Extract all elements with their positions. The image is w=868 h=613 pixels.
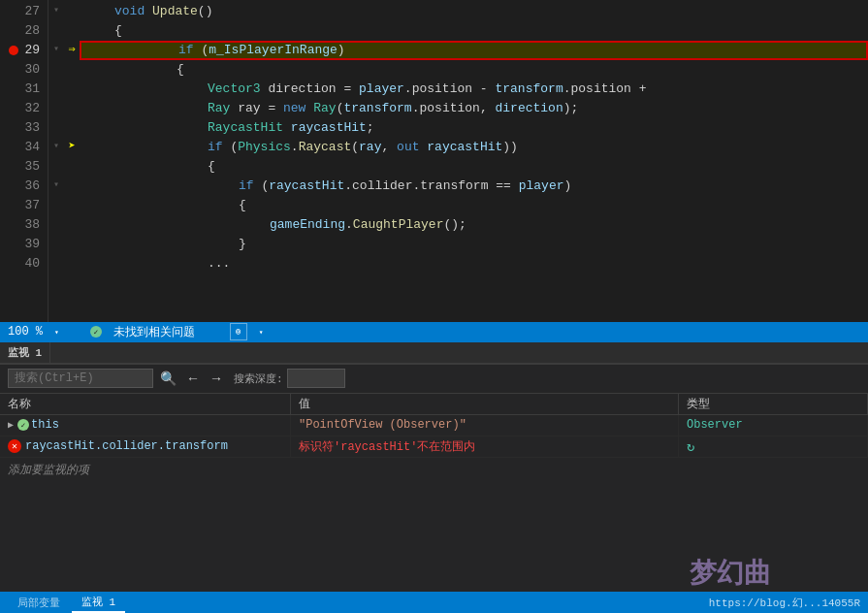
watch-table: ▶ ✓ this "PointOfView (Observer)" Observ…: [0, 415, 868, 592]
line-num-27: 27: [8, 2, 40, 21]
gutter-36[interactable]: ▾: [48, 175, 64, 194]
line-number: 38: [24, 215, 40, 235]
breakpoint-icon: [9, 46, 18, 55]
watch-panel-container: 监视 1 🔍 ← → 搜索深度: 名称 值 类型: [0, 342, 868, 592]
debug-36: [64, 175, 80, 194]
code-line-30: {: [80, 60, 868, 80]
line-num-29: 29: [8, 41, 40, 60]
line-num-38: 38: [8, 215, 40, 235]
gutter-40: [48, 252, 64, 272]
code-line-40: ...: [80, 254, 868, 274]
line-num-35: 35: [8, 157, 40, 177]
tab-local-vars-label: 局部变量: [17, 596, 60, 610]
code-line-33: RaycastHit raycastHit ;: [80, 118, 868, 138]
line-number: 32: [24, 99, 40, 118]
code-line-28: {: [80, 21, 868, 41]
watch-value-raycast: 标识符'raycastHit'不在范围内: [291, 436, 679, 457]
refresh-icon[interactable]: ↻: [687, 438, 694, 455]
line-number: 37: [24, 196, 40, 215]
expand-arrow-icon[interactable]: ▶: [8, 419, 14, 431]
debug-34: ➤: [64, 136, 80, 155]
filter-dropdown-icon[interactable]: ▾: [259, 328, 264, 337]
line-number: 40: [24, 254, 40, 274]
bottom-tabs: 局部变量 监视 1: [8, 592, 125, 613]
line-number: 28: [24, 21, 40, 41]
zoom-dropdown-icon[interactable]: ▾: [54, 328, 59, 337]
watch-var-name-2: raycastHit.collider.transform: [25, 439, 228, 453]
watch-var-value: "PointOfView (Observer)": [299, 418, 466, 432]
line-number: 35: [24, 157, 40, 177]
type-name: Vector3: [208, 80, 261, 99]
add-item-text[interactable]: 添加要监视的项: [0, 458, 868, 482]
gutter-34[interactable]: ▾: [48, 136, 64, 155]
watch-toolbar: 🔍 ← → 搜索深度:: [0, 365, 868, 394]
watch-error-value: 标识符'raycastHit'不在范围内: [299, 438, 475, 455]
keyword-if: if: [178, 41, 194, 60]
debug-35: [64, 155, 80, 175]
nav-back-button[interactable]: ←: [183, 371, 203, 385]
watch-value-this: "PointOfView (Observer)": [291, 415, 679, 436]
line-numbers: 27 28 29 30 31: [0, 0, 48, 322]
search-depth-input[interactable]: [287, 369, 345, 388]
code-line-36: if ( raycastHit .collider.transform == p…: [80, 177, 868, 196]
line-num-40: 40: [8, 254, 40, 274]
keyword: void: [114, 2, 145, 21]
code-line-27: void Update (): [80, 2, 868, 21]
gutter-27[interactable]: ▾: [48, 0, 64, 19]
panel-title: 监视 1: [0, 342, 50, 363]
editor-status-bar: 100 % ▾ ✓ 未找到相关问题 ⊚ ▾: [0, 322, 868, 342]
fold-gutter: ▾ ▾ ▾ ▾: [48, 0, 64, 322]
gutter-39: [48, 233, 64, 252]
line-num-39: 39: [8, 235, 40, 254]
method-name: Update: [152, 2, 198, 21]
line-number: 30: [24, 60, 40, 80]
line-num-31: 31: [8, 80, 40, 99]
code-line-35: {: [80, 157, 868, 177]
gutter-31: [48, 78, 64, 97]
watch-type-this: Observer: [679, 415, 868, 436]
code-line-39: }: [80, 235, 868, 254]
line-number: 29: [24, 41, 40, 60]
filter-icon[interactable]: ⊚: [230, 323, 247, 340]
debug-31: [64, 78, 80, 97]
nav-forward-button[interactable]: →: [207, 371, 226, 385]
debug-38: [64, 213, 80, 233]
line-num-33: 33: [8, 118, 40, 138]
panel-title-bar: 监视 1: [0, 342, 868, 364]
line-number: 33: [24, 118, 40, 138]
tab-watch-1-label: 监视 1: [81, 595, 115, 609]
code-line-37: {: [80, 196, 868, 215]
tab-watch-1[interactable]: 监视 1: [72, 592, 125, 613]
watch-row-this[interactable]: ▶ ✓ this "PointOfView (Observer)" Observ…: [0, 415, 868, 436]
line-num-34: 34: [8, 138, 40, 157]
debug-28: [64, 19, 80, 39]
gutter-33: [48, 116, 64, 136]
watch-name-raycast: ✕ raycastHit.collider.transform: [0, 436, 291, 457]
gutter-29[interactable]: ▾: [48, 39, 64, 58]
gutter-38: [48, 213, 64, 233]
watch-panel: 🔍 ← → 搜索深度: 名称 值 类型 ▶ ✓ this: [0, 364, 868, 592]
line-number: 36: [24, 177, 40, 196]
watch-var-type: Observer: [687, 418, 743, 432]
gutter-35: [48, 155, 64, 175]
line-number: 27: [24, 2, 40, 21]
watch-row-raycast[interactable]: ✕ raycastHit.collider.transform 标识符'rayc…: [0, 436, 868, 458]
search-input[interactable]: [8, 369, 153, 388]
code-line-29: if ( m_IsPlayerInRange ): [80, 41, 868, 60]
editor-area: 27 28 29 30 31: [0, 0, 868, 322]
code-line-32: Ray ray = new Ray ( transform .position,…: [80, 99, 868, 118]
line-number: 39: [24, 235, 40, 254]
line-number: 34: [24, 138, 40, 157]
zoom-level: 100 %: [8, 325, 43, 339]
line-num-36: 36: [8, 177, 40, 196]
line-num-32: 32: [8, 99, 40, 118]
line-num-30: 30: [8, 60, 40, 80]
search-button[interactable]: 🔍: [157, 371, 179, 385]
tab-local-vars[interactable]: 局部变量: [8, 592, 70, 613]
watch-name-this: ▶ ✓ this: [0, 415, 291, 436]
gutter-30: [48, 58, 64, 78]
debug-gutter: ⇒ ➤: [64, 0, 80, 322]
success-icon: ✓: [17, 419, 29, 431]
watch-var-name: this: [31, 418, 59, 432]
code-line-34: if ( Physics . Raycast ( ray , out rayca…: [80, 138, 868, 157]
